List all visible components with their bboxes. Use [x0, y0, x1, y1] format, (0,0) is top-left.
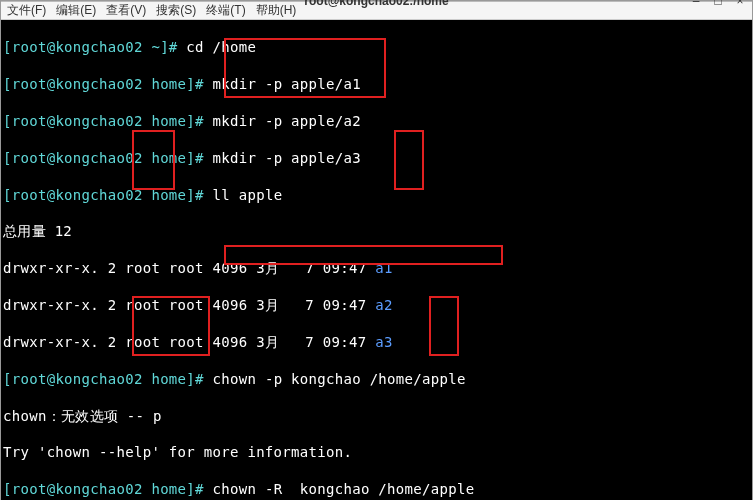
ls-owner: root	[125, 297, 160, 313]
menu-help[interactable]: 帮助(H)	[256, 2, 297, 19]
dir-name: a1	[375, 260, 392, 276]
command: cd /home	[178, 39, 257, 55]
ls-tail: root 4096 3月 7 09:47	[160, 297, 375, 313]
line: [root@kongchao02 home]# chown -p kongcha…	[3, 370, 750, 388]
line: [root@kongchao02 home]# chown -R kongcha…	[3, 480, 750, 498]
prompt-userhost: root@kongchao02	[12, 39, 143, 55]
command: mkdir -p apple/a1	[204, 76, 361, 92]
ls-pre: drwxr-xr-x. 2	[3, 297, 125, 313]
prompt-userhost: root@kongchao02	[12, 76, 143, 92]
output-total: 总用量 12	[3, 222, 750, 240]
close-button[interactable]: ×	[732, 0, 748, 9]
line: [root@kongchao02 home]# ll apple	[3, 186, 750, 204]
line: [root@kongchao02 ~]# cd /home	[3, 38, 750, 56]
line: [root@kongchao02 home]# mkdir -p apple/a…	[3, 112, 750, 130]
bracket: [	[3, 113, 12, 129]
menu-search[interactable]: 搜索(S)	[156, 2, 196, 19]
command: mkdir -p apple/a3	[204, 150, 361, 166]
list-item: drwxr-xr-x. 2 root root 4096 3月 7 09:47 …	[3, 296, 750, 314]
bracket: [	[3, 150, 12, 166]
prompt-userhost: root@kongchao02	[12, 371, 143, 387]
menu-edit[interactable]: 编辑(E)	[56, 2, 96, 19]
prompt-dir: home	[143, 481, 187, 497]
ls-owner: root	[125, 334, 160, 350]
menu-file[interactable]: 文件(F)	[7, 2, 46, 19]
dir-name: a2	[375, 297, 392, 313]
window-controls: – □ ×	[688, 0, 748, 9]
prompt-dir: home	[143, 113, 187, 129]
prompt-dir: ~	[143, 39, 160, 55]
bracket: ]#	[186, 371, 203, 387]
prompt-dir: home	[143, 371, 187, 387]
window-title: root@kongchao02:/home	[304, 0, 448, 8]
titlebar: root@kongchao02:/home – □ ×	[1, 1, 752, 2]
ls-pre: drwxr-xr-x. 2	[3, 260, 125, 276]
command: mkdir -p apple/a2	[204, 113, 361, 129]
bracket: [	[3, 39, 12, 55]
ls-pre: drwxr-xr-x. 2	[3, 334, 125, 350]
command: ll apple	[204, 187, 283, 203]
bracket: [	[3, 187, 12, 203]
terminal-body[interactable]: [root@kongchao02 ~]# cd /home [root@kong…	[1, 20, 752, 500]
ls-tail: root 4096 3月 7 09:47	[160, 334, 375, 350]
bracket: ]#	[186, 150, 203, 166]
ls-tail: root 4096 3月 7 09:47	[160, 260, 375, 276]
bracket: [	[3, 76, 12, 92]
list-item: drwxr-xr-x. 2 root root 4096 3月 7 09:47 …	[3, 333, 750, 351]
prompt-userhost: root@kongchao02	[12, 113, 143, 129]
menu-view[interactable]: 查看(V)	[106, 2, 146, 19]
menu-terminal[interactable]: 终端(T)	[206, 2, 245, 19]
line: [root@kongchao02 home]# mkdir -p apple/a…	[3, 75, 750, 93]
bracket: ]#	[186, 187, 203, 203]
prompt-userhost: root@kongchao02	[12, 481, 143, 497]
maximize-button[interactable]: □	[710, 0, 726, 9]
prompt-userhost: root@kongchao02	[12, 187, 143, 203]
list-item: drwxr-xr-x. 2 root root 4096 3月 7 09:47 …	[3, 259, 750, 277]
bracket: ]#	[186, 76, 203, 92]
minimize-button[interactable]: –	[688, 0, 704, 9]
dir-name: a3	[375, 334, 392, 350]
prompt-dir: home	[143, 187, 187, 203]
command: chown -R kongchao /home/apple	[204, 481, 475, 497]
bracket: ]#	[186, 481, 203, 497]
error-line: Try 'chown --help' for more information.	[3, 443, 750, 461]
line: [root@kongchao02 home]# mkdir -p apple/a…	[3, 149, 750, 167]
ls-owner: root	[125, 260, 160, 276]
bracket: [	[3, 481, 12, 497]
error-line: chown：无效选项 -- p	[3, 407, 750, 425]
bracket: ]#	[186, 113, 203, 129]
prompt-dir: home	[143, 76, 187, 92]
bracket: ]#	[160, 39, 177, 55]
terminal-window: root@kongchao02:/home – □ × 文件(F) 编辑(E) …	[0, 0, 753, 500]
command: chown -p kongchao /home/apple	[204, 371, 466, 387]
prompt-userhost: root@kongchao02	[12, 150, 143, 166]
bracket: [	[3, 371, 12, 387]
prompt-dir: home	[143, 150, 187, 166]
